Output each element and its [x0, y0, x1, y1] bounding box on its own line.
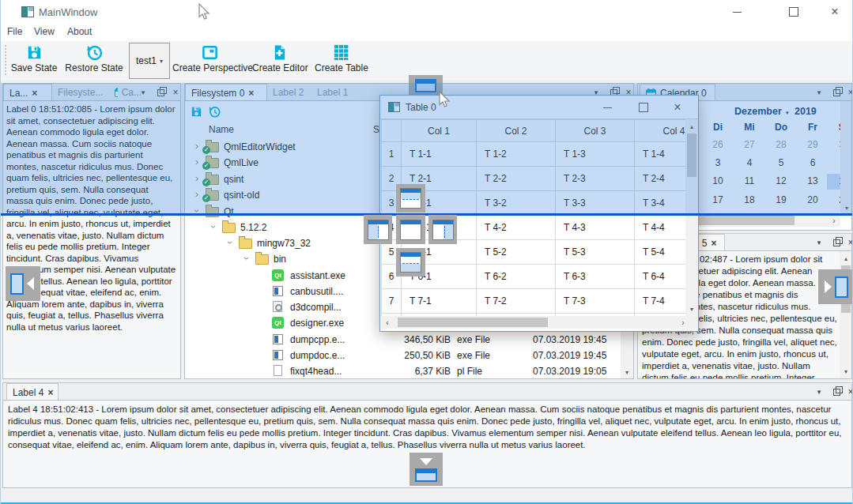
table-cell[interactable]: T 6-3 — [556, 265, 635, 289]
tree-label: fixqt4head... — [290, 366, 342, 377]
scroll-down-icon[interactable]: ▾ — [685, 303, 698, 314]
scrollbar-thumb[interactable] — [398, 318, 548, 327]
chevron-down-icon: ▾ — [817, 239, 821, 246]
label5-panel-menu-button[interactable]: ▾ — [812, 234, 826, 251]
arrow-right-icon — [825, 280, 832, 293]
file-type: pl File — [457, 366, 482, 377]
tree-label: designer.exe — [290, 318, 344, 329]
file-type: exe File — [457, 350, 490, 361]
label5-panel-close-button[interactable]: × — [844, 234, 853, 251]
tab-close-icon[interactable]: × — [47, 387, 53, 398]
dock-bottom-icon — [400, 252, 421, 273]
table-cell[interactable]: T 6-4 — [635, 265, 686, 289]
scroll-left-icon[interactable]: ‹ — [381, 316, 394, 329]
drop-indicator-right[interactable] — [428, 215, 457, 244]
label4-panel-float-button[interactable] — [829, 383, 844, 401]
table-cell[interactable]: T 7-1 — [402, 289, 477, 314]
exe-file-icon — [273, 350, 283, 360]
label5-panel-float-button[interactable] — [829, 234, 844, 251]
menu-file[interactable]: File — [7, 26, 22, 37]
create-perspective-label: Create Perspective — [172, 62, 247, 73]
file-icon — [274, 365, 282, 376]
table-cell[interactable]: T 4-4 — [635, 216, 686, 240]
table-row: 7T 7-1T 7-2T 7-3T 7-4 — [382, 289, 686, 314]
tree-label: mingw73_32 — [257, 238, 311, 249]
menu-about[interactable]: About — [67, 26, 92, 37]
menu-view[interactable]: View — [34, 26, 55, 37]
restore-state-label: Restore State — [62, 62, 126, 73]
dock-top-icon — [400, 188, 421, 209]
float-icon — [833, 239, 840, 246]
close-button[interactable]: × — [816, 0, 853, 24]
tree-label: bin — [274, 254, 286, 265]
label4-panel-close-button[interactable]: × — [844, 383, 853, 401]
dock-left-glyph — [10, 273, 24, 295]
create-table-label: Create Table — [315, 62, 367, 73]
float-icon — [833, 389, 840, 396]
drag-cursor — [437, 91, 451, 108]
minimize-button[interactable] — [718, 0, 756, 24]
label4-panel-menu-button[interactable]: ▾ — [812, 383, 826, 401]
dock-drop-overlay — [1, 83, 853, 216]
drop-indicator-left[interactable] — [364, 215, 392, 244]
table-row: 4T 4-1T 4-2T 4-3T 4-4 — [382, 216, 686, 240]
save-state-button[interactable]: Save State — [9, 43, 59, 78]
create-perspective-button[interactable]: Create Perspective — [172, 43, 247, 78]
file-size: 6,37 KiB — [378, 366, 451, 377]
create-editor-label: Create Editor — [252, 62, 306, 73]
perspective-combo[interactable]: test1 ▾ — [129, 43, 170, 79]
table-cell[interactable]: T 5-4 — [635, 240, 686, 265]
table-cell[interactable]: T 5-3 — [556, 240, 635, 265]
drop-indicator-center[interactable] — [396, 215, 425, 244]
restore-state-button[interactable]: Restore State — [62, 43, 126, 78]
table-horizontal-scrollbar[interactable]: ‹ › — [381, 316, 698, 329]
drop-indicator-edge-left[interactable] — [6, 266, 40, 301]
create-table-button[interactable]: Create Table — [315, 43, 367, 78]
scroll-right-icon[interactable]: › — [828, 214, 840, 227]
table-row: 6T 6-1T 6-2T 6-3T 6-4 — [382, 265, 686, 289]
tab-label4[interactable]: Label 4 × — [6, 383, 59, 401]
file-date: 07.03.2019 19:45 — [533, 334, 606, 345]
table-cell[interactable]: T 7-4 — [635, 289, 686, 314]
tree-row[interactable]: fixqt4head...6,37 KiBpl File07.03.2019 1… — [185, 363, 633, 379]
scroll-down-icon[interactable]: ▾ — [621, 366, 633, 378]
drop-indicator-edge-right[interactable] — [818, 269, 853, 304]
chevron-down-icon: ▾ — [160, 58, 163, 65]
table-cell[interactable]: T 6-2 — [477, 265, 556, 289]
drop-indicator-top[interactable] — [396, 184, 425, 213]
table-row: 5T 5-1T 5-2T 5-3T 5-4 — [382, 240, 686, 265]
drop-indicator-bottom[interactable] — [396, 248, 425, 276]
tree-row[interactable]: dumpdoc.e...250,50 KiBexe File07.03.2019… — [185, 348, 633, 363]
create-editor-button[interactable]: Create Editor — [252, 43, 306, 78]
dock-left-icon — [368, 220, 389, 240]
drop-indicator-edge-bottom[interactable] — [410, 453, 443, 486]
collapse-icon[interactable]: › — [225, 241, 236, 244]
table-cell[interactable]: T 5-2 — [477, 240, 556, 265]
minimize-icon — [733, 12, 742, 13]
window-title: MainWindow — [39, 6, 97, 18]
scroll-down-icon[interactable]: ▾ — [840, 366, 852, 377]
qt-exe-icon: Qt — [272, 317, 284, 329]
main-window: MainWindow × File View About Save State … — [0, 0, 853, 504]
table-cell[interactable]: T 7-2 — [477, 289, 556, 314]
collapse-icon[interactable]: › — [208, 225, 219, 228]
row-header[interactable]: 7 — [382, 289, 402, 314]
title-bar[interactable]: MainWindow × — [1, 0, 853, 24]
scroll-up-icon[interactable]: ▴ — [840, 253, 852, 264]
table-cell[interactable]: T 4-2 — [477, 216, 556, 240]
tree-row[interactable]: dumpcpp.e...346,50 KiBexe File07.03.2019… — [185, 332, 633, 348]
table-cell[interactable]: T 7-3 — [556, 289, 635, 314]
chevron-down-icon: ▾ — [817, 388, 821, 396]
table-cell[interactable]: T 4-3 — [556, 216, 635, 240]
close-icon: × — [831, 6, 838, 18]
dock-bottom-glyph — [415, 468, 437, 482]
file-date: 07.03.2019 19:45 — [533, 350, 606, 361]
arrow-down-icon — [420, 458, 432, 465]
maximize-button[interactable] — [775, 0, 813, 24]
collapse-icon[interactable]: › — [241, 257, 252, 260]
tab-close-icon[interactable]: × — [711, 238, 716, 249]
tree-label: dumpdoc.e... — [290, 350, 345, 361]
close-icon: × — [847, 237, 853, 248]
scroll-right-icon[interactable]: › — [677, 316, 689, 329]
toolbar-handle[interactable] — [5, 45, 6, 75]
